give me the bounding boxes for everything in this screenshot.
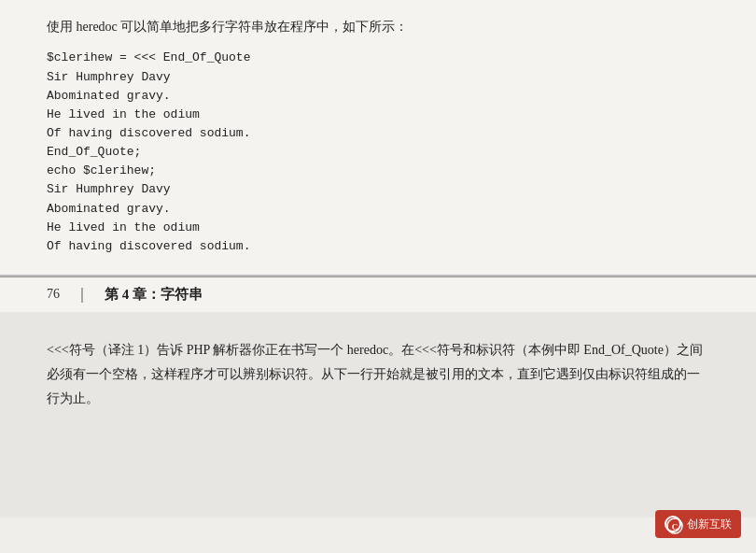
- footer-separator: ｜: [75, 285, 90, 305]
- watermark: C 创新互联: [655, 510, 741, 538]
- body-text: <<<符号（译注 1）告诉 PHP 解析器你正在书写一个 heredoc。在<<…: [47, 338, 709, 411]
- brand-icon: C: [666, 518, 683, 534]
- page-footer: 76 ｜ 第 4 章：字符串: [0, 276, 756, 312]
- watermark-icon: C: [665, 516, 681, 532]
- page-bottom-section: <<<符号（译注 1）告诉 PHP 解析器你正在书写一个 heredoc。在<<…: [0, 312, 756, 518]
- page-number: 76: [47, 287, 60, 302]
- code-block: $clerihew = <<< End_Of_Quote Sir Humphre…: [47, 49, 709, 256]
- intro-text: 使用 heredoc 可以简单地把多行字符串放在程序中，如下所示：: [47, 17, 709, 37]
- svg-text:C: C: [672, 522, 679, 532]
- page-top-section: 使用 heredoc 可以简单地把多行字符串放在程序中，如下所示： $cleri…: [0, 0, 756, 276]
- chapter-title: 第 4 章：字符串: [105, 286, 203, 304]
- watermark-label: 创新互联: [687, 517, 732, 532]
